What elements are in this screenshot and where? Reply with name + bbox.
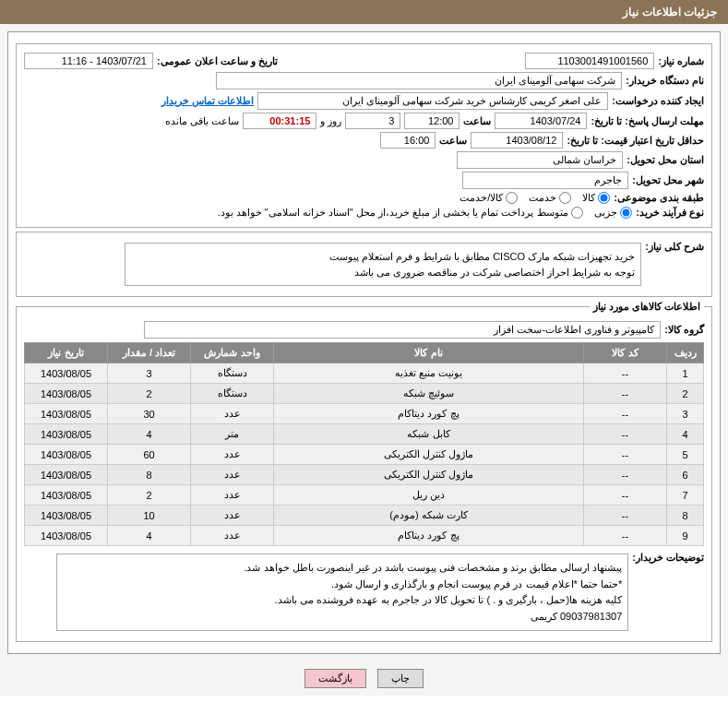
radio-goods[interactable]: کالا: [582, 192, 610, 204]
cell-date: 1403/08/05: [25, 506, 108, 526]
cell-n: 4: [667, 424, 704, 445]
cell-n: 1: [667, 363, 704, 384]
cell-code: --: [584, 465, 667, 485]
cell-date: 1403/08/05: [25, 384, 108, 404]
th-qty: تعداد / مقدار: [108, 343, 191, 363]
cell-unit: عدد: [191, 485, 274, 506]
header-fieldset: شماره نیاز: 1103001491001560 تاریخ و ساع…: [16, 43, 712, 228]
general-desc-fieldset: شرح کلی نیاز: خرید تجهیزات شبکه مارک CIS…: [16, 232, 712, 297]
cell-n: 8: [667, 506, 704, 526]
cell-unit: عدد: [191, 445, 274, 465]
radio-goods-input[interactable]: [598, 192, 610, 204]
table-row: 3--پچ کورد دیتاکامعدد301403/08/05: [25, 404, 704, 424]
price-validity-time: 16:00: [380, 132, 436, 149]
deadline-reply-date: 1403/07/24: [495, 113, 587, 129]
buyer-notes-value: پیشنهاد ارسالی مطابق برند و مشخصات فنی پ…: [56, 553, 628, 631]
cell-n: 3: [667, 404, 704, 424]
cell-n: 2: [667, 384, 704, 404]
back-button[interactable]: بازگشت: [304, 669, 366, 688]
cell-n: 9: [667, 526, 704, 546]
general-desc-label: شرح کلی نیاز:: [645, 241, 704, 253]
radio-medium[interactable]: متوسط: [537, 207, 583, 219]
contact-buyer-link[interactable]: اطلاعات تماس خریدار: [161, 95, 254, 107]
radio-partial-input[interactable]: [620, 207, 632, 219]
cell-date: 1403/08/05: [25, 404, 108, 424]
cell-name: پچ کورد دیتاکام: [274, 404, 584, 424]
deadline-reply-label: مهلت ارسال پاسخ: تا تاریخ:: [591, 115, 704, 127]
radio-both[interactable]: کالا/خدمت: [459, 192, 518, 204]
cell-qty: 2: [108, 384, 191, 404]
cell-qty: 4: [108, 526, 191, 546]
buyer-org-label: نام دستگاه خریدار:: [626, 75, 704, 87]
th-date: تاریخ نیاز: [25, 343, 108, 363]
cell-unit: عدد: [191, 465, 274, 485]
cell-name: کارت شبکه (مودم): [274, 506, 584, 526]
delivery-province-value: خراسان شمالی: [457, 151, 623, 169]
cell-name: پچ کورد دیتاکام: [274, 526, 584, 546]
cell-unit: دستگاه: [191, 363, 274, 384]
cell-date: 1403/08/05: [25, 485, 108, 506]
radio-medium-input[interactable]: [571, 207, 583, 219]
page-title: جزئیات اطلاعات نیاز: [0, 0, 728, 24]
cell-date: 1403/08/05: [25, 363, 108, 384]
table-row: 5--ماژول کنترل الکتریکیعدد601403/08/05: [25, 445, 704, 465]
cell-qty: 2: [108, 485, 191, 506]
table-row: 1--یونیت منبع تغذیهدستگاه31403/08/05: [25, 363, 704, 384]
cell-name: ماژول کنترل الکتریکی: [274, 465, 584, 485]
need-number-value: 1103001491001560: [525, 53, 654, 69]
radio-goods-label: کالا: [582, 192, 595, 204]
time-remaining: 00:31:15: [243, 113, 316, 129]
remaining-label: ساعت باقی مانده: [165, 115, 239, 127]
items-section-legend: اطلاعات کالاهای مورد نیاز: [590, 301, 704, 313]
cell-code: --: [584, 485, 667, 506]
radio-medium-label: متوسط: [537, 207, 568, 219]
price-validity-label: حداقل تاریخ اعتبار قیمت: تا تاریخ:: [567, 135, 704, 147]
cell-qty: 10: [108, 506, 191, 526]
price-validity-date: 1403/08/12: [471, 132, 563, 149]
cell-unit: عدد: [191, 404, 274, 424]
cell-code: --: [584, 424, 667, 445]
table-row: 8--کارت شبکه (مودم)عدد101403/08/05: [25, 506, 704, 526]
need-number-label: شماره نیاز:: [658, 55, 704, 67]
table-row: 7--دین ریلعدد21403/08/05: [25, 485, 704, 506]
print-button[interactable]: چاپ: [377, 669, 424, 688]
th-row: ردیف: [667, 343, 704, 363]
announce-label: تاریخ و ساعت اعلان عمومی:: [157, 55, 278, 67]
th-unit: واحد شمارش: [191, 343, 274, 363]
radio-service[interactable]: خدمت: [529, 192, 571, 204]
category-label: طبقه بندی موضوعی:: [614, 192, 704, 204]
cell-unit: عدد: [191, 526, 274, 546]
payment-note: پرداخت تمام یا بخشی از مبلغ خرید،از محل …: [218, 207, 534, 219]
table-row: 2--سوئیچ شبکهدستگاه21403/08/05: [25, 384, 704, 404]
radio-both-input[interactable]: [506, 192, 518, 204]
cell-date: 1403/08/05: [25, 465, 108, 485]
days-and-label: روز و: [320, 115, 341, 127]
cell-date: 1403/08/05: [25, 445, 108, 465]
delivery-province-label: استان محل تحویل:: [627, 154, 704, 166]
radio-service-label: خدمت: [529, 192, 556, 204]
cell-unit: متر: [191, 424, 274, 445]
cell-name: سوئیچ شبکه: [274, 384, 584, 404]
cell-code: --: [584, 384, 667, 404]
th-code: کد کالا: [584, 343, 667, 363]
radio-service-input[interactable]: [559, 192, 571, 204]
cell-name: کابل شبکه: [274, 424, 584, 445]
cell-n: 7: [667, 485, 704, 506]
cell-code: --: [584, 526, 667, 546]
general-desc-value: خرید تجهیزات شبکه مارک CISCO مطابق با شر…: [125, 243, 641, 286]
cell-qty: 3: [108, 363, 191, 384]
cell-name: ماژول کنترل الکتریکی: [274, 445, 584, 465]
buyer-org-value: شرکت سهامی آلومینای ایران: [216, 72, 622, 89]
cell-n: 5: [667, 445, 704, 465]
cell-date: 1403/08/05: [25, 424, 108, 445]
items-fieldset: اطلاعات کالاهای مورد نیاز گروه کالا: کام…: [16, 301, 712, 642]
cell-code: --: [584, 404, 667, 424]
cell-code: --: [584, 363, 667, 384]
table-row: 4--کابل شبکهمتر41403/08/05: [25, 424, 704, 445]
purchase-type-label: نوع فرآیند خرید:: [636, 207, 704, 219]
radio-partial[interactable]: جزیی: [594, 207, 632, 219]
buyer-notes-label: توضیحات خریدار:: [632, 552, 704, 564]
announce-value: 1403/07/21 - 11:16: [24, 53, 153, 69]
cell-qty: 30: [108, 404, 191, 424]
days-remaining: 3: [345, 113, 400, 129]
